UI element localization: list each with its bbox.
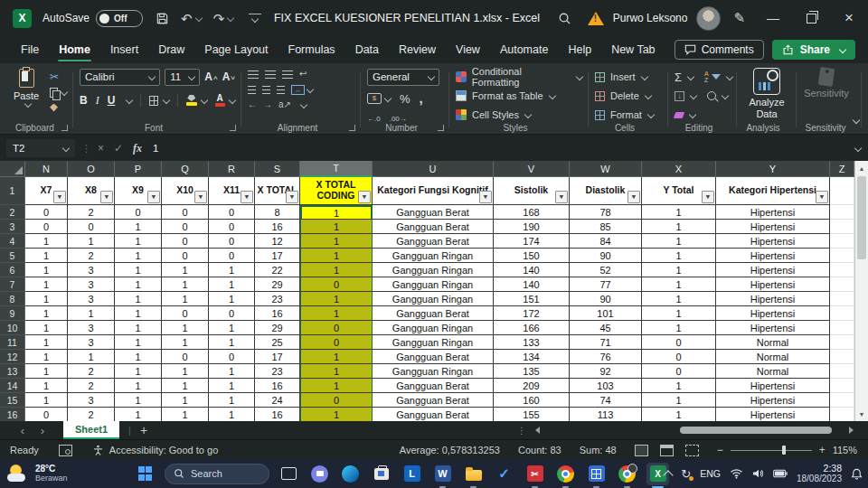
cell-O16[interactable]: 2 (68, 408, 115, 421)
menu-tab-data[interactable]: Data (345, 36, 389, 63)
filter-button-U[interactable]: ▾ (479, 191, 492, 203)
increase-indent-icon[interactable]: → (263, 100, 272, 109)
copy-dropdown-icon[interactable] (61, 89, 68, 96)
add-sheet-button[interactable]: + (140, 423, 147, 437)
cell-R13[interactable]: 1 (209, 364, 255, 379)
cell-Y6[interactable]: Hipertensi (716, 263, 830, 277)
status-count[interactable]: Count: 83 (518, 445, 561, 455)
menu-tab-draw[interactable]: Draw (148, 36, 194, 63)
cell-O7[interactable]: 3 (68, 277, 115, 292)
row-header-4[interactable]: 4 (0, 234, 25, 249)
cell-Q8[interactable]: 1 (162, 292, 209, 306)
cell-U6[interactable]: Gangguan Ringan (373, 263, 494, 277)
excel-app-icon[interactable]: X (13, 9, 32, 28)
copy-button[interactable] (50, 87, 67, 98)
share-dropdown-icon[interactable] (839, 46, 846, 53)
cell-R10[interactable]: 1 (209, 321, 255, 335)
cell-X2[interactable]: 1 (642, 205, 716, 220)
fill-button[interactable]: ↓ (675, 91, 696, 101)
row-header-14[interactable]: 14 (0, 379, 25, 393)
decrease-indent-icon[interactable]: ← (248, 100, 257, 109)
cell-Q6[interactable]: 1 (162, 263, 209, 277)
ink-pen-icon[interactable]: ✎ (733, 10, 745, 26)
menu-tab-review[interactable]: Review (389, 36, 446, 63)
cell-X11[interactable]: 0 (642, 335, 716, 350)
cell-S2[interactable]: 8 (255, 205, 300, 220)
cell-X16[interactable]: 1 (642, 408, 716, 421)
comma-style-icon[interactable]: , (420, 94, 423, 103)
cell-Z15[interactable] (830, 393, 854, 408)
cell-S15[interactable]: 24 (255, 393, 300, 408)
cell-P15[interactable]: 1 (115, 393, 162, 408)
cell-T5[interactable]: 1 (300, 249, 373, 263)
fill-color-dropdown-icon[interactable] (200, 97, 207, 104)
clear-button[interactable] (675, 112, 695, 118)
cell-N5[interactable]: 1 (25, 249, 68, 263)
name-box[interactable]: T2 (6, 139, 75, 157)
cell-Q10[interactable]: 1 (162, 321, 209, 335)
row-header-10[interactable]: 10 (0, 321, 25, 335)
undo-dropdown-icon[interactable] (194, 14, 202, 22)
cell-Y13[interactable]: Normal (716, 364, 830, 379)
cell-Y11[interactable]: Normal (716, 335, 830, 350)
cell-R11[interactable]: 1 (209, 335, 255, 350)
page-layout-view-button[interactable] (660, 445, 674, 456)
cell-X14[interactable]: 1 (642, 379, 716, 393)
cell-N12[interactable]: 1 (25, 350, 68, 364)
select-all-corner[interactable] (0, 161, 25, 177)
cell-U11[interactable]: Gangguan Ringan (373, 335, 494, 350)
cell-Z3[interactable] (830, 220, 854, 234)
cell-N10[interactable]: 1 (25, 321, 68, 335)
font-dialog-launcher-icon[interactable] (230, 125, 236, 131)
cell-U8[interactable]: Gangguan Ringan (373, 292, 494, 306)
cell-S6[interactable]: 22 (255, 263, 300, 277)
zoom-level[interactable]: 115% (833, 445, 857, 455)
cell-Y10[interactable]: Hipertensi (716, 321, 830, 335)
sheet-tab-sheet1[interactable]: Sheet1 (63, 421, 119, 439)
menu-tab-insert[interactable]: Insert (100, 36, 148, 63)
cell-Q9[interactable]: 0 (162, 306, 209, 321)
comments-button[interactable]: Comments (675, 40, 764, 60)
chrome-profile-button[interactable] (616, 463, 638, 485)
cell-R2[interactable]: 0 (209, 205, 255, 220)
format-painter-button[interactable] (50, 102, 67, 113)
chat-button[interactable] (308, 463, 331, 485)
cell-N2[interactable]: 0 (25, 205, 68, 220)
cell-T9[interactable]: 1 (300, 306, 373, 321)
cell-U16[interactable]: Gangguan Berat (373, 408, 494, 421)
column-header-W[interactable]: W (570, 161, 642, 177)
cell-P3[interactable]: 1 (115, 220, 162, 234)
save-button[interactable] (156, 12, 169, 25)
menu-tab-page-layout[interactable]: Page Layout (194, 36, 278, 63)
cell-Y14[interactable]: Hipertensi (716, 379, 830, 393)
autosave-toggle[interactable]: Off (96, 10, 143, 27)
cell-R5[interactable]: 0 (209, 249, 255, 263)
cell-V5[interactable]: 150 (494, 249, 570, 263)
filter-button-R[interactable]: ▾ (241, 191, 253, 203)
column-header-O[interactable]: O (68, 161, 115, 177)
cell-Z16[interactable] (830, 408, 854, 421)
cell-P16[interactable]: 1 (115, 408, 162, 421)
expand-formula-bar-button[interactable] (844, 145, 868, 151)
font-name-select[interactable]: Calibri (80, 69, 160, 86)
sensitivity-button[interactable]: Sensitivity (803, 68, 850, 99)
cell-Y16[interactable]: Hipertensi (716, 408, 830, 421)
cell-X13[interactable]: 0 (642, 364, 716, 379)
cell-W2[interactable]: 78 (570, 205, 642, 220)
filter-button-Y[interactable]: ▾ (816, 191, 828, 203)
cell-Y12[interactable]: Normal (716, 350, 830, 364)
column-header-T[interactable]: T (300, 161, 373, 177)
menu-tab-formulas[interactable]: Formulas (278, 36, 345, 63)
cell-O14[interactable]: 2 (68, 379, 115, 393)
cell-W3[interactable]: 85 (570, 220, 642, 234)
alignment-dialog-launcher-icon[interactable] (349, 125, 355, 131)
menu-tab-automate[interactable]: Automate (490, 36, 559, 63)
column-header-Q[interactable]: Q (162, 161, 209, 177)
percent-style-icon[interactable]: % (400, 92, 410, 106)
cell-T12[interactable]: 1 (300, 350, 373, 364)
font-size-select[interactable]: 11 (165, 69, 200, 86)
cell-Y15[interactable]: Hipertensi (716, 393, 830, 408)
orientation-dropdown-icon[interactable] (300, 101, 307, 108)
cut-button[interactable]: ✂ (50, 71, 67, 82)
cell-X6[interactable]: 1 (642, 263, 716, 277)
